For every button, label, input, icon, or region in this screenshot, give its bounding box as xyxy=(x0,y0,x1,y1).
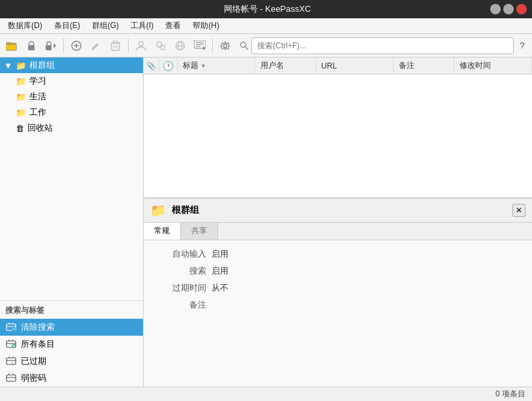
study-folder-icon: 📁 xyxy=(16,76,26,86)
status-label: 0 项条目 xyxy=(495,389,525,400)
all-entries-label: 所有条目 xyxy=(21,338,55,350)
expire-label: 过期时间 xyxy=(154,282,206,294)
col-note[interactable]: 备注 xyxy=(394,57,454,74)
search-icon xyxy=(240,41,249,50)
help-button[interactable]: ? xyxy=(515,39,529,53)
panel-content: 自动输入 启用 搜索 启用 过期时间 从不 备注 xyxy=(144,240,532,324)
col-url[interactable]: URL xyxy=(316,57,394,74)
svg-rect-10 xyxy=(112,43,119,50)
svg-rect-1 xyxy=(6,44,16,50)
all-entries-icon xyxy=(5,338,17,350)
lock-button[interactable] xyxy=(22,37,40,55)
tab-general[interactable]: 常规 xyxy=(144,223,181,240)
life-folder-icon: 📁 xyxy=(16,92,26,102)
window-controls: ─ □ ✕ xyxy=(490,4,527,14)
weak-password-label: 弱密码 xyxy=(21,372,46,384)
root-label: 根群组 xyxy=(29,59,55,71)
toolbar-separator-2 xyxy=(128,39,129,53)
table-header: 📎 🕐 标题 ▼ 用户名 URL 备注 修改时间 xyxy=(144,57,532,74)
svg-point-15 xyxy=(139,41,144,46)
menu-tools[interactable]: 工具(I) xyxy=(125,19,159,33)
col-mtime[interactable]: 修改时间 xyxy=(454,57,532,74)
tag-all-entries[interactable]: 所有条目 xyxy=(0,336,143,353)
tag-weak-password[interactable]: ≈ 弱密码 xyxy=(0,370,143,387)
expired-icon: ! xyxy=(5,355,17,367)
weak-password-icon: ≈ xyxy=(5,372,17,384)
panel-title: 根群组 xyxy=(172,204,507,216)
life-label: 生活 xyxy=(29,91,46,103)
menu-entry[interactable]: 条目(E) xyxy=(49,19,86,33)
add-entry-button[interactable] xyxy=(67,37,86,55)
main-area: ▼ 📁 根群组 📁 学习 📁 生活 📁 工作 🗑 回收站 搜索与标签 xyxy=(0,57,532,387)
expired-label: 已过期 xyxy=(21,355,46,367)
menu-database[interactable]: 数据库(D) xyxy=(3,19,48,33)
close-button[interactable]: ✕ xyxy=(516,4,527,14)
svg-rect-3 xyxy=(28,45,35,50)
tags-section-label: 搜索与标签 xyxy=(0,300,143,319)
panel-close-button[interactable]: ✕ xyxy=(512,204,525,217)
menubar: 数据库(D) 条目(E) 群组(G) 工具(I) 查看 帮助(H) xyxy=(0,18,532,34)
tree-item-study[interactable]: 📁 学习 xyxy=(0,73,143,89)
copy-pass-button[interactable] xyxy=(151,37,170,55)
maximize-button[interactable]: □ xyxy=(503,4,514,14)
svg-point-28 xyxy=(241,42,246,47)
svg-marker-26 xyxy=(203,46,206,50)
tree-item-trash[interactable]: 🗑 回收站 xyxy=(0,120,143,136)
tree-item-life[interactable]: 📁 生活 xyxy=(0,89,143,104)
menu-view[interactable]: 查看 xyxy=(160,19,186,33)
tree-item-work[interactable]: 📁 工作 xyxy=(0,104,143,120)
autotype-label: 自动输入 xyxy=(154,248,206,260)
toolbar-separator-1 xyxy=(63,39,64,53)
lock-with-arrow-button[interactable] xyxy=(42,37,60,55)
col-username[interactable]: 用户名 xyxy=(255,57,316,74)
toolbar: ? xyxy=(0,34,532,57)
col-attach: 📎 xyxy=(144,57,159,74)
svg-point-27 xyxy=(224,44,227,47)
svg-marker-5 xyxy=(54,43,56,48)
work-label: 工作 xyxy=(29,106,46,118)
search-value: 启用 xyxy=(211,265,228,277)
settings-button[interactable] xyxy=(216,37,234,55)
tag-clear-search[interactable]: 清除搜索 xyxy=(0,319,143,336)
root-folder-icon: 📁 xyxy=(16,61,26,71)
clear-search-label: 清除搜索 xyxy=(21,321,55,333)
tab-share[interactable]: 共享 xyxy=(181,223,218,240)
col-title[interactable]: 标题 ▼ xyxy=(178,57,255,74)
clear-search-icon xyxy=(5,321,17,333)
sort-icon: ▼ xyxy=(200,63,206,69)
open-url-button[interactable] xyxy=(171,37,189,55)
menu-group[interactable]: 群组(G) xyxy=(87,19,124,33)
svg-text:!: ! xyxy=(12,361,13,366)
tag-expired[interactable]: ! 已过期 xyxy=(0,353,143,370)
window-title: 网络帐号 - KeePassXC xyxy=(224,3,311,15)
edit-entry-button[interactable] xyxy=(87,37,105,55)
copy-user-button[interactable] xyxy=(132,37,150,55)
expire-value: 从不 xyxy=(211,282,228,294)
statusbar: 0 项条目 xyxy=(0,387,532,401)
expand-icon: ▼ xyxy=(4,61,12,71)
svg-line-29 xyxy=(245,47,248,50)
menu-help[interactable]: 帮助(H) xyxy=(187,19,225,33)
tree-item-root[interactable]: ▼ 📁 根群组 xyxy=(0,57,143,73)
search-input[interactable] xyxy=(251,37,514,54)
svg-text:≈: ≈ xyxy=(10,378,12,383)
work-folder-icon: 📁 xyxy=(16,108,26,118)
panel-row-expire: 过期时间 从不 xyxy=(154,282,522,294)
group-tree: ▼ 📁 根群组 📁 学习 📁 生活 📁 工作 🗑 回收站 xyxy=(0,57,143,300)
panel-folder-icon: 📁 xyxy=(150,202,166,218)
trash-label: 回收站 xyxy=(27,122,53,134)
content-area: 📎 🕐 标题 ▼ 用户名 URL 备注 修改时间 📁 根群组 ✕ 常规 共享 xyxy=(144,57,532,387)
panel-row-autotype: 自动输入 启用 xyxy=(154,248,522,260)
autotype-button[interactable] xyxy=(191,37,209,55)
panel-row-note: 备注 xyxy=(154,299,522,311)
col-time: 🕐 xyxy=(159,57,178,74)
open-db-button[interactable] xyxy=(3,37,21,55)
panel-row-search: 搜索 启用 xyxy=(154,265,522,277)
trash-icon: 🗑 xyxy=(16,123,24,133)
note-label: 备注 xyxy=(154,299,206,311)
titlebar: 网络帐号 - KeePassXC ─ □ ✕ xyxy=(0,0,532,18)
delete-entry-button[interactable] xyxy=(106,37,125,55)
toolbar-separator-3 xyxy=(212,39,213,53)
minimize-button[interactable]: ─ xyxy=(490,4,501,14)
study-label: 学习 xyxy=(29,75,46,87)
